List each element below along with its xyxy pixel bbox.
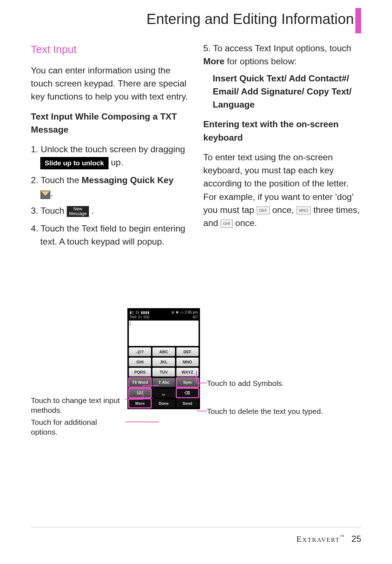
callout-right1-text: Touch to add Symbols.: [207, 379, 284, 387]
key-ghi[interactable]: GHI: [129, 358, 151, 366]
gps-icon: ⊕: [171, 310, 174, 314]
step3-text: 3. Touch: [31, 206, 67, 215]
key-send[interactable]: Send: [176, 399, 199, 408]
step2-text-a: 2. Touch the: [31, 175, 82, 185]
callout-input-method: Touch to change text input methods.: [31, 395, 125, 415]
text-counter: Text: 0 / 160: [130, 315, 149, 319]
right-column: 5. To access Text Input options, touch M…: [203, 42, 361, 253]
p2d: once.: [235, 218, 257, 228]
step5-a: 5. To access Text Input options, touch: [203, 43, 351, 53]
step5-bold: More: [203, 56, 225, 66]
battery-icon: ▭: [180, 310, 183, 314]
callout-symbols: Touch to add Symbols.: [207, 378, 284, 388]
key-mno[interactable]: MNO: [176, 358, 199, 366]
accent-bar: [355, 8, 361, 33]
callout-left2-text: Touch for additional options.: [31, 418, 97, 436]
step2-bold: Messaging Quick Key: [82, 175, 173, 185]
key-sym[interactable]: Sym: [176, 378, 199, 387]
step-2: 2. Touch the Messaging Quick Key .: [31, 174, 189, 200]
left-column: Text Input You can enter information usi…: [31, 42, 189, 253]
step-1: 1. Unlock the touch screen by dragging S…: [31, 143, 189, 169]
clock: 2:45 pm: [185, 310, 198, 314]
page-title: Entering and Editing Information: [31, 11, 361, 27]
section-title: Text Input: [31, 42, 189, 57]
key-pqrs[interactable]: PQRS: [129, 368, 151, 376]
subheading-1: Text Input While Composing a TXT Message: [31, 110, 189, 137]
onscreen-keyboard-paragraph: To enter text using the on-screen keyboa…: [203, 151, 361, 230]
key-backspace[interactable]: ⌫: [176, 388, 199, 398]
callout-more-options: Touch for additional options.: [31, 417, 125, 437]
page-footer: Extravert™ 25: [31, 527, 361, 544]
key-jkl[interactable]: JKL: [152, 358, 175, 366]
status-bar: ▮▯ 1x ▮▮▮▮ ⊕ ✱ ▭ 2:45 pm: [129, 310, 199, 315]
callout-right2-text: Touch to delete the text you typed.: [207, 407, 323, 415]
key-tuv[interactable]: TUV: [152, 368, 175, 376]
step-3: 3. Touch New Message .: [31, 204, 189, 217]
text-cursor: [130, 322, 130, 326]
signal-icon: ▮▯: [130, 310, 134, 314]
key-abc[interactable]: ABC: [152, 347, 175, 356]
trademark-icon: ™: [340, 534, 345, 539]
step1-text-a: 1. Unlock the touch screen by dragging: [31, 144, 185, 154]
step1-text-b: up.: [111, 157, 123, 167]
key-def[interactable]: DEF: [176, 347, 199, 356]
step-4: 4. Touch the Text field to begin enterin…: [31, 222, 189, 249]
key-wxyz[interactable]: WXYZ: [176, 368, 199, 376]
more-options-list: Insert Quick Text/ Add Contact#/ Email/ …: [203, 72, 361, 112]
new-message-button-icon: New Message: [67, 206, 89, 217]
key-done[interactable]: Done: [152, 399, 175, 408]
callout-left1-text: Touch to change text input methods.: [31, 396, 120, 414]
key-space[interactable]: ␣: [152, 388, 175, 398]
key-sym1[interactable]: .@?: [129, 347, 151, 356]
p2b: once,: [272, 205, 297, 215]
text-field[interactable]: [129, 321, 199, 346]
step-5: 5. To access Text Input options, touch M…: [203, 42, 361, 68]
bluetooth-icon: ✱: [176, 310, 179, 314]
key-123[interactable]: 123: [129, 388, 151, 398]
phone-mock: ▮▯ 1x ▮▮▮▮ ⊕ ✱ ▭ 2:45 pm Text: 0 / 160 0…: [127, 308, 200, 409]
newmsg-bot: Message: [69, 211, 87, 216]
keycap-ghi: GHI: [221, 219, 233, 227]
messaging-icon: [40, 190, 50, 198]
step5-b: for options below:: [225, 56, 297, 66]
callout-delete: Touch to delete the text you typed.: [207, 406, 323, 416]
keycap-def: DEF: [257, 206, 270, 214]
brand-name: Extravert: [296, 534, 340, 544]
key-more[interactable]: More: [129, 399, 151, 408]
intro-paragraph: You can enter information using the touc…: [31, 64, 189, 104]
network-icon: 1x: [135, 310, 139, 314]
bars-icon: ▮▮▮▮: [141, 310, 150, 314]
keycap-mno: MNO: [297, 206, 311, 214]
page-number: 25: [351, 534, 361, 544]
page-counter: 0/7: [193, 315, 198, 319]
slide-unlock-badge: Slide up to unlock: [40, 157, 109, 169]
subheading-2: Entering text with the on-screen keyboar…: [203, 118, 361, 144]
